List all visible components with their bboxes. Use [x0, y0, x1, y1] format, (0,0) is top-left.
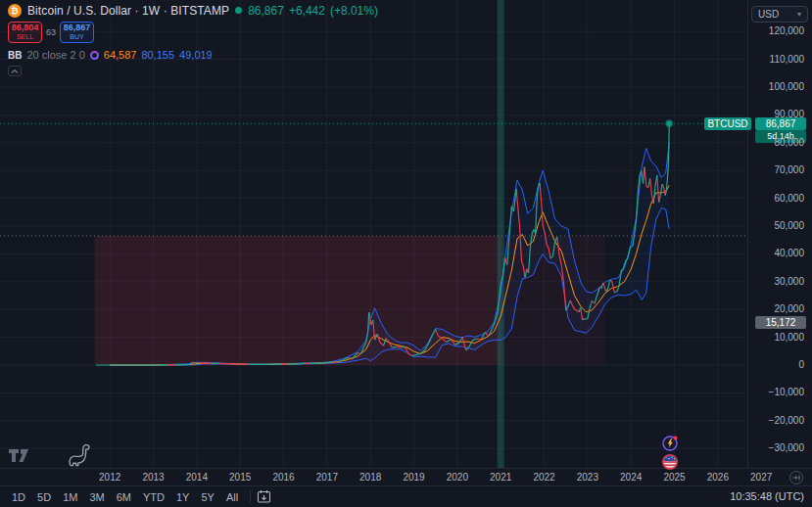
toolbar-divider — [250, 490, 251, 503]
price-tick-label: −10,000 — [749, 387, 804, 398]
range-button-1d[interactable]: 1D — [6, 489, 31, 505]
legend-collapse-button[interactable] — [8, 66, 22, 76]
bottom-toolbar: 1D5D1M3M6MYTD1Y5YAll 10:35:48 (UTC) — [0, 485, 812, 507]
price-tick-label: −30,000 — [749, 442, 804, 454]
spread-value: 63 — [42, 27, 60, 37]
year-tick-label: 2021 — [484, 472, 517, 483]
sell-label: SELL — [17, 32, 33, 42]
price-tick-label: 110,000 — [749, 54, 804, 66]
price-tick-label: 0 — [749, 359, 804, 371]
price-tick-label: 60,000 — [749, 193, 804, 205]
time-axis[interactable]: 2012201320142015201620172018201920202021… — [0, 468, 812, 485]
indicator-loading-icon — [90, 51, 99, 60]
symbol-axis-badge: BTCUSD — [704, 117, 751, 130]
year-tick-label: 2014 — [180, 472, 214, 483]
year-tick-label: 2022 — [528, 472, 561, 483]
price-tick-label: 10,000 — [749, 332, 804, 344]
range-button-3m[interactable]: 3M — [83, 489, 110, 505]
dinosaur-icon — [65, 440, 92, 470]
lightning-event-icon — [661, 435, 679, 452]
event-icon-us-flag[interactable] — [661, 453, 679, 471]
buy-price: 86,867 — [64, 23, 91, 32]
bb-lower-value: 49,019 — [179, 49, 213, 61]
us-flag-event-icon — [661, 453, 679, 471]
range-button-1y[interactable]: 1Y — [170, 489, 195, 505]
year-tick-label: 2017 — [310, 472, 344, 483]
bb-upper-value: 80,155 — [141, 49, 174, 61]
last-price: 86,867 — [248, 4, 284, 18]
currency-selector[interactable]: USD ▾ — [751, 6, 808, 23]
last-price-row: 86,867 +6,442 (+8.01%) — [248, 4, 378, 18]
tradingview-chart-window: ₿ Bitcoin / U.S. Dollar · 1W · BITSTAMP … — [0, 0, 812, 507]
range-button-5y[interactable]: 5Y — [195, 489, 219, 505]
chart-legend: ₿ Bitcoin / U.S. Dollar · 1W · BITSTAMP … — [8, 3, 378, 76]
indicator-name: BB — [8, 50, 22, 61]
symbol-title-row[interactable]: ₿ Bitcoin / U.S. Dollar · 1W · BITSTAMP … — [8, 3, 378, 18]
buy-button[interactable]: 86,867 BUY — [60, 22, 94, 43]
year-tick-label: 2020 — [441, 472, 474, 483]
price-tick-label: 100,000 — [749, 81, 804, 93]
trade-buttons-row: 86,804 SELL 63 86,867 BUY — [8, 22, 378, 43]
range-button-5d[interactable]: 5D — [31, 489, 57, 505]
price-axis[interactable]: USD ▾ 15,172 BTCUSD 86,867 5d 14h −30,00… — [747, 0, 812, 468]
price-tick-label: −20,000 — [749, 415, 804, 427]
tradingview-logo[interactable] — [8, 448, 31, 467]
scroll-to-realtime-button[interactable] — [788, 470, 804, 485]
chevron-down-icon: ▾ — [797, 10, 801, 19]
year-tick-label: 2019 — [398, 472, 431, 483]
price-tick-label: 20,000 — [749, 303, 804, 315]
chevron-up-icon — [11, 69, 19, 74]
range-button-1m[interactable]: 1M — [57, 489, 83, 505]
date-range-buttons: 1D5D1M3M6MYTD1Y5YAll — [6, 489, 244, 505]
price-change-percent: (+8.01%) — [330, 4, 378, 18]
last-price-marker — [666, 120, 672, 126]
calendar-goto-icon — [257, 489, 271, 504]
year-tick-label: 2018 — [354, 472, 387, 483]
gray-price-badge: 15,172 — [755, 316, 806, 329]
market-status-dot-icon[interactable] — [235, 7, 242, 14]
price-tick-label: 90,000 — [749, 109, 804, 120]
year-tick-label: 2026 — [701, 472, 735, 483]
year-tick-label: 2016 — [267, 472, 301, 483]
scroll-right-icon — [788, 470, 804, 485]
price-tick-label: 50,000 — [749, 220, 804, 232]
teal-vertical-band — [498, 0, 504, 468]
range-button-all[interactable]: All — [220, 489, 244, 505]
sell-price: 86,804 — [12, 23, 39, 32]
go-to-date-button[interactable] — [257, 489, 274, 505]
dino-sticker-drawing[interactable] — [65, 440, 92, 474]
currency-label: USD — [758, 9, 779, 20]
symbol-title[interactable]: Bitcoin / U.S. Dollar · 1W · BITSTAMP — [27, 4, 229, 18]
buy-label: BUY — [70, 32, 83, 42]
sell-button[interactable]: 86,804 SELL — [8, 22, 42, 43]
clock-timezone[interactable]: 10:35:48 (UTC) — [730, 490, 804, 502]
price-tick-label: 120,000 — [749, 25, 804, 37]
price-tick-label: 70,000 — [749, 164, 804, 176]
bitcoin-logo-icon: ₿ — [8, 4, 22, 18]
indicator-params: 20 close 2 0 — [26, 49, 84, 61]
year-tick-label: 2015 — [223, 472, 257, 483]
price-tick-label: 40,000 — [749, 248, 804, 259]
bb-basis-value: 64,587 — [104, 49, 137, 61]
price-tick-label: 30,000 — [749, 276, 804, 288]
year-tick-label: 2013 — [137, 472, 170, 483]
indicator-legend-bb[interactable]: BB 20 close 2 0 64,587 80,155 49,019 — [8, 49, 378, 61]
range-button-6m[interactable]: 6M — [111, 489, 137, 505]
year-tick-label: 2025 — [658, 472, 692, 483]
year-tick-label: 2027 — [744, 472, 778, 483]
tradingview-logo-icon — [8, 448, 31, 463]
year-tick-label: 2024 — [614, 472, 647, 483]
event-icon-lightning[interactable] — [661, 435, 679, 452]
year-tick-label: 2012 — [93, 472, 126, 483]
price-change: +6,442 — [289, 4, 325, 18]
range-button-ytd[interactable]: YTD — [137, 489, 170, 505]
year-tick-label: 2023 — [571, 472, 604, 483]
price-tick-label: 80,000 — [749, 137, 804, 149]
